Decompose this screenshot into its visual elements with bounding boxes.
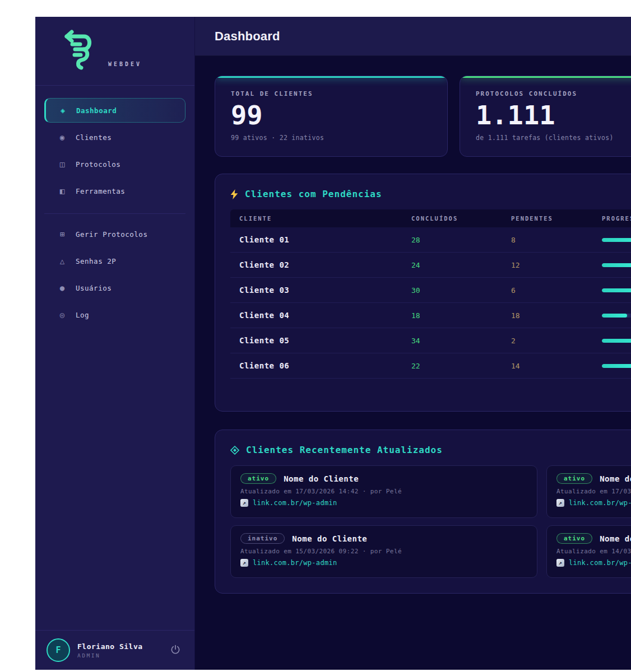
progress-bar xyxy=(602,238,631,242)
pending-clients-section: Clientes com Pendências CLIENTE CONCLUÍD… xyxy=(215,174,631,412)
sidebar-item-label: Gerir Protocolos xyxy=(76,230,147,239)
sidebar-item-label: Senhas 2P xyxy=(76,257,116,265)
client-name: Nome do Cliente xyxy=(284,474,359,483)
circle-dot-icon: ◉ xyxy=(57,133,68,141)
external-link-icon: ↗ xyxy=(556,499,564,507)
sidebar: WEBDEV ◈ Dashboard ◉ Clientes ◫ Protocol… xyxy=(35,17,195,670)
recent-card-header: ativo Nome do Cliente xyxy=(556,473,631,484)
progress-fill xyxy=(602,364,631,368)
cell-progress xyxy=(593,364,631,368)
sidebar-item-label: Usuários xyxy=(76,284,112,292)
cell-done: 28 xyxy=(402,236,502,244)
sidebar-item-clientes[interactable]: ◉ Clientes xyxy=(44,125,185,150)
column-header-progresso: PROGRESSO xyxy=(593,209,631,227)
recent-client-card: ativo Nome do Cliente Atualizado em 14/0… xyxy=(546,525,631,578)
progress-fill xyxy=(602,314,627,318)
status-badge: ativo xyxy=(556,533,592,544)
progress-bar xyxy=(602,364,631,368)
power-icon xyxy=(170,644,181,655)
progress-fill xyxy=(602,263,631,267)
sidebar-item-label: Clientes xyxy=(76,133,112,142)
recent-client-card: ativo Nome do Cliente Atualizado em 17/0… xyxy=(230,465,537,518)
pending-section-title: Clientes com Pendências xyxy=(230,189,631,199)
table-row[interactable]: Cliente 04 18 18 xyxy=(230,303,631,328)
table-row[interactable]: Cliente 02 24 12 xyxy=(230,253,631,278)
sidebar-item-log[interactable]: ◎ Log xyxy=(44,302,185,327)
user-name: Floriano Silva xyxy=(77,642,143,651)
status-badge: ativo xyxy=(240,473,276,484)
table-row[interactable]: Cliente 03 30 6 xyxy=(230,278,631,303)
cell-pending: 18 xyxy=(502,311,593,320)
sidebar-item-protocolos[interactable]: ◫ Protocolos xyxy=(44,152,185,176)
update-meta: Atualizado em 17/03/2026 14:42 · por Pel… xyxy=(556,488,631,495)
client-name: Nome do Cliente xyxy=(600,534,631,543)
sidebar-nav-main: ◈ Dashboard ◉ Clientes ◫ Protocolos ◧ Fe… xyxy=(35,86,194,206)
stat-card-protocolos-concluidos: PROTOCOLOS CONCLUÍDOS 1.111 de 1.111 tar… xyxy=(460,76,631,157)
half-square-icon: ◧ xyxy=(57,187,68,195)
recent-clients-section: Clientes Recentemente Atualizados ativo … xyxy=(215,430,631,594)
cell-client: Cliente 01 xyxy=(230,235,402,244)
link-row: ↗ link.com.br/wp-admin xyxy=(556,499,631,507)
logo-block: WEBDEV xyxy=(35,17,194,86)
table-row[interactable]: Cliente 05 34 2 xyxy=(230,328,631,353)
recent-client-card: ativo Nome do Cliente Atualizado em 17/0… xyxy=(546,465,631,518)
brand-name: WEBDEV xyxy=(108,61,142,67)
stat-label: PROTOCOLOS CONCLUÍDOS xyxy=(476,90,631,97)
cell-progress xyxy=(593,339,631,343)
stat-value: 1.111 xyxy=(476,101,631,130)
cell-done: 18 xyxy=(402,311,502,320)
cell-client: Cliente 02 xyxy=(230,260,402,269)
sidebar-divider xyxy=(44,213,185,214)
link-row: ↗ link.com.br/wp-admin xyxy=(556,559,631,567)
link-row: ↗ link.com.br/wp-admin xyxy=(240,499,527,507)
lightning-icon xyxy=(230,189,238,199)
main-content: TOTAL DE CLIENTES 99 99 ativos · 22 inat… xyxy=(195,56,631,613)
grid-icon: ⊞ xyxy=(57,230,68,238)
cell-client: Cliente 04 xyxy=(230,311,402,320)
sidebar-item-usuarios[interactable]: ● Usuários xyxy=(44,276,185,300)
table-row[interactable]: Cliente 06 22 14 xyxy=(230,353,631,379)
cell-progress xyxy=(593,314,631,318)
status-badge: inativo xyxy=(240,533,285,544)
stat-card-total-clientes: TOTAL DE CLIENTES 99 99 ativos · 22 inat… xyxy=(215,76,448,157)
update-meta: Atualizado em 14/03/2026 09:22 · por Pel… xyxy=(556,548,631,555)
client-name: Nome do Cliente xyxy=(292,534,367,543)
cell-done: 24 xyxy=(402,261,502,269)
diamond-icon: ◈ xyxy=(57,106,68,114)
filled-circle-icon: ● xyxy=(57,284,68,292)
cell-pending: 8 xyxy=(502,236,593,244)
update-meta: Atualizado em 15/03/2026 09:22 · por Pel… xyxy=(240,548,527,555)
wp-admin-link[interactable]: link.com.br/wp-admin xyxy=(253,499,337,507)
sidebar-item-dashboard[interactable]: ◈ Dashboard xyxy=(44,98,185,123)
main-area: Dashboard TOTAL DE CLIENTES 99 99 ativos… xyxy=(195,17,631,670)
section-title-text: Clientes com Pendências xyxy=(245,189,382,199)
progress-bar xyxy=(602,288,631,292)
sidebar-nav-admin: ⊞ Gerir Protocolos △ Senhas 2P ● Usuário… xyxy=(35,222,194,329)
column-header-pendentes: PENDENTES xyxy=(502,209,593,227)
sidebar-item-label: Ferramentas xyxy=(76,187,125,195)
stat-subtitle: de 1.111 tarefas (clientes ativos) xyxy=(476,134,631,142)
recent-cards-grid: ativo Nome do Cliente Atualizado em 17/0… xyxy=(230,465,631,578)
table-row[interactable]: Cliente 01 28 8 xyxy=(230,227,631,253)
cell-done: 34 xyxy=(402,337,502,345)
cell-progress xyxy=(593,288,631,292)
wp-admin-link[interactable]: link.com.br/wp-admin xyxy=(253,559,337,567)
progress-bar xyxy=(602,314,631,318)
status-badge: ativo xyxy=(556,473,592,484)
sidebar-item-senhas-2p[interactable]: △ Senhas 2P xyxy=(44,249,185,273)
column-header-concluidos: CONCLUÍDOS xyxy=(402,209,502,227)
sidebar-item-label: Dashboard xyxy=(76,106,117,115)
sidebar-item-ferramentas[interactable]: ◧ Ferramentas xyxy=(44,179,185,203)
wp-admin-link[interactable]: link.com.br/wp-admin xyxy=(569,499,631,507)
sidebar-item-gerir-protocolos[interactable]: ⊞ Gerir Protocolos xyxy=(44,222,185,246)
recent-section-title: Clientes Recentemente Atualizados xyxy=(230,445,631,455)
cell-pending: 6 xyxy=(502,286,593,295)
sidebar-item-label: Log xyxy=(76,311,89,319)
logout-button[interactable] xyxy=(168,642,183,659)
wp-admin-link[interactable]: link.com.br/wp-admin xyxy=(569,559,631,567)
client-name: Nome do Cliente xyxy=(600,474,631,483)
recent-card-header: ativo Nome do Cliente xyxy=(240,473,527,484)
user-role: ADMIN xyxy=(77,652,143,659)
link-row: ↗ link.com.br/wp-admin xyxy=(240,559,527,567)
page-title: Dashboard xyxy=(215,29,280,44)
